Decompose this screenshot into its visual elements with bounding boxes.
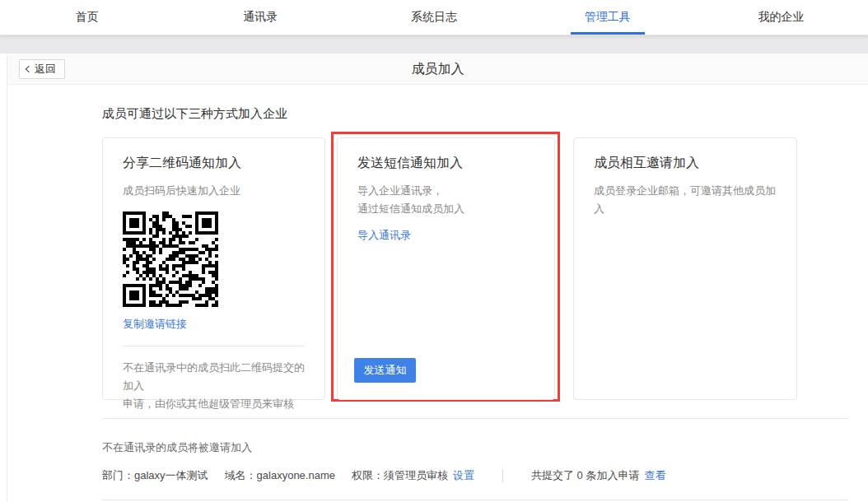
card-desc-line1: 导入企业通讯录， [357, 182, 534, 200]
permission-info: 权限：须管理员审核设置 [352, 468, 474, 483]
department-label: 部门： [102, 469, 134, 481]
send-notification-button[interactable]: 发送通知 [354, 358, 416, 383]
submitted-count: 共提交了 0 条加入申请查看 [531, 468, 665, 483]
domain-info: 域名：galaxyone.name [225, 468, 335, 483]
top-nav: 首页 通讯录 系统日志 管理工具 我的企业 [0, 0, 868, 35]
card-note-line2: 申请，由你或其他超级管理员来审核 [123, 395, 305, 413]
tab-my-company[interactable]: 我的企业 [694, 0, 868, 35]
permission-label: 权限： [352, 469, 384, 481]
back-button-label: 返回 [35, 62, 56, 77]
import-contacts-link[interactable]: 导入通讯录 [357, 228, 411, 243]
chevron-left-icon [26, 66, 32, 72]
card-title: 分享二维码通知加入 [123, 155, 305, 172]
tab-system-log[interactable]: 系统日志 [348, 0, 521, 35]
section-heading: 成员可通过以下三种方式加入企业 [102, 106, 848, 122]
gray-strip [0, 35, 868, 53]
card-title: 成员相互邀请加入 [594, 155, 777, 172]
join-method-cards: 分享二维码通知加入 成员扫码后快速加入企业 复制邀请链接 不在通讯录中的成员扫此… [102, 137, 848, 400]
back-button[interactable]: 返回 [19, 59, 65, 79]
card-desc: 导入企业通讯录， 通过短信通知成员加入 [357, 182, 534, 218]
copy-invite-link[interactable]: 复制邀请链接 [123, 317, 187, 332]
member-join-panel: 成员加入 返回 成员可通过以下三种方式加入企业 分享二维码通知加入 成员扫码后快… [7, 53, 868, 502]
card-qr-join: 分享二维码通知加入 成员扫码后快速加入企业 复制邀请链接 不在通讯录中的成员扫此… [102, 137, 325, 400]
view-link[interactable]: 查看 [644, 469, 665, 481]
tab-contacts[interactable]: 通讯录 [174, 0, 348, 35]
card-note: 不在通讯录中的成员扫此二维码提交的加入 申请，由你或其他超级管理员来审核 [123, 359, 305, 413]
department-info: 部门：galaxy一体测试 [102, 468, 208, 483]
content-area: 成员可通过以下三种方式加入企业 分享二维码通知加入 成员扫码后快速加入企业 复制… [7, 85, 868, 500]
bottom-divider [102, 500, 848, 500]
card-mutual-invite: 成员相互邀请加入 成员登录企业邮箱，可邀请其他成员加入 [573, 137, 797, 400]
qr-code [123, 211, 218, 307]
vertical-separator [502, 469, 503, 482]
footer-note: 不在通讯录的成员将被邀请加入 [102, 440, 848, 455]
card-desc-line2: 通过短信通知成员加入 [357, 200, 534, 218]
card-divider [123, 346, 305, 346]
settings-link[interactable]: 设置 [453, 469, 474, 481]
footer-settings-row: 部门：galaxy一体测试 域名：galaxyone.name 权限：须管理员审… [102, 468, 848, 483]
section-divider [102, 418, 848, 419]
card-note-line1: 不在通讯录中的成员扫此二维码提交的加入 [123, 359, 305, 395]
tab-home[interactable]: 首页 [0, 0, 174, 35]
card-sms-join: 发送短信通知加入 导入企业通讯录， 通过短信通知成员加入 导入通讯录 发送通知 [337, 137, 555, 400]
card-sms-join-wrapper: 发送短信通知加入 导入企业通讯录， 通过短信通知成员加入 导入通讯录 发送通知 [337, 137, 555, 400]
page-title: 成员加入 [7, 53, 868, 85]
permission-value: 须管理员审核 [384, 469, 448, 481]
domain-value: galaxyone.name [257, 469, 335, 481]
department-value: galaxy一体测试 [134, 469, 208, 481]
card-desc: 成员登录企业邮箱，可邀请其他成员加入 [594, 182, 777, 218]
panel-header: 成员加入 返回 [7, 53, 868, 85]
card-title: 发送短信通知加入 [357, 155, 534, 172]
domain-label: 域名： [225, 469, 257, 481]
submitted-text: 共提交了 0 条加入申请 [531, 469, 639, 481]
tab-admin-tools[interactable]: 管理工具 [520, 0, 694, 35]
card-desc: 成员扫码后快速加入企业 [123, 182, 305, 200]
